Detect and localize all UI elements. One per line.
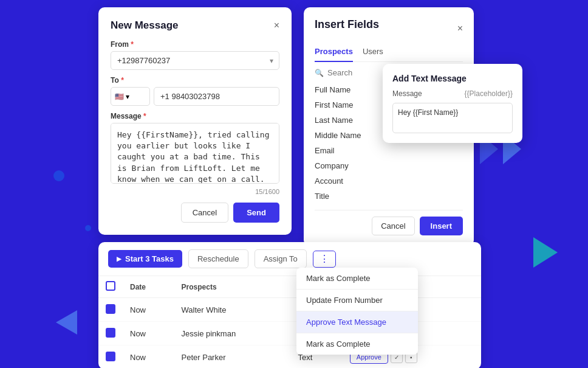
col-prospects: Prospects: [174, 276, 291, 298]
tabs-row: Prospects Users: [315, 47, 463, 62]
new-message-card: New Message × From * +12987760237 To * 🇺…: [98, 7, 292, 235]
insert-fields-title: Insert Fields: [315, 18, 379, 31]
close-button[interactable]: ×: [274, 21, 279, 30]
row2-prospect: Jessie pinkman: [174, 322, 291, 345]
play-icon: ▶: [117, 255, 121, 262]
dropdown-menu: Mark as Complete Update From Number Appr…: [296, 268, 418, 355]
tasks-header: ▶ Start 3 Tasks Reschedule Assign To ⋮: [98, 242, 481, 276]
insert-actions: Cancel Insert: [315, 210, 463, 235]
card-actions: Cancel Send: [111, 203, 279, 223]
to-label: To *: [111, 76, 279, 85]
row1-checkbox-cell: [98, 298, 123, 322]
field-email[interactable]: Email: [315, 143, 463, 158]
header-checkbox[interactable]: [106, 281, 115, 291]
row2-checkbox-cell: [98, 322, 123, 345]
row1-checkbox[interactable]: [106, 304, 115, 314]
msg-placeholder-label: {{Placeholder}}: [465, 89, 513, 98]
more-options-button[interactable]: ⋮: [313, 251, 336, 268]
deco-triangle-4: [56, 310, 77, 335]
card-header: New Message ×: [111, 19, 279, 32]
dropdown-approve-text[interactable]: Approve Text Message: [296, 311, 418, 333]
col-date: Date: [123, 276, 174, 298]
insert-fields-close[interactable]: ×: [457, 24, 463, 33]
search-icon: 🔍: [315, 69, 324, 77]
table-row: Now Peter Parker Text Approve ✓ ▪: [98, 345, 481, 369]
send-button[interactable]: Send: [233, 203, 279, 223]
tasks-table: Date Prospects Task Now Walter White Tex…: [98, 276, 481, 368]
row2-checkbox[interactable]: [106, 328, 115, 338]
tab-users[interactable]: Users: [363, 47, 383, 62]
dropdown-update-from[interactable]: Update From Number: [296, 290, 418, 311]
to-field-group: To * 🇺🇸 ▾: [111, 76, 279, 106]
phone-input[interactable]: [154, 87, 279, 106]
msg-input-box[interactable]: Hey {{First Name}}: [392, 103, 513, 133]
from-select-wrapper: +12987760237: [111, 51, 279, 70]
col-checkbox: [98, 276, 123, 298]
cancel-button[interactable]: Cancel: [181, 203, 228, 223]
message-field-group: Message * Hey {{FirstName}}, tried calli…: [111, 112, 279, 195]
field-title[interactable]: Title: [315, 189, 463, 204]
row3-prospect: Peter Parker: [174, 345, 291, 369]
flag-select[interactable]: 🇺🇸 ▾: [111, 87, 150, 106]
tasks-card: ▶ Start 3 Tasks Reschedule Assign To ⋮ D…: [98, 242, 481, 368]
start-tasks-button[interactable]: ▶ Start 3 Tasks: [108, 250, 182, 268]
row3-checkbox[interactable]: [106, 352, 115, 361]
table-row: Now Jessie pinkman Text Approve ✓ ▪: [98, 322, 481, 345]
row3-checkbox-cell: [98, 345, 123, 369]
reschedule-button[interactable]: Reschedule: [188, 249, 248, 268]
table-header-row: Date Prospects Task: [98, 276, 481, 298]
from-label: From *: [111, 40, 279, 49]
dropdown-mark-complete-2[interactable]: Mark as Complete: [296, 333, 418, 355]
insert-fields-header: Insert Fields ×: [315, 18, 463, 38]
msg-label: Message: [392, 89, 422, 98]
row1-prospect: Walter White: [174, 298, 291, 322]
deco-circle-2: [85, 225, 91, 231]
assign-to-button[interactable]: Assign To: [255, 249, 307, 268]
row2-date: Now: [123, 322, 174, 345]
deco-triangle-3: [533, 237, 558, 268]
message-label: Message *: [111, 112, 279, 120]
new-message-title: New Message: [111, 19, 179, 32]
add-text-message-card: Add Text Message Message {{Placeholder}}…: [383, 64, 522, 143]
from-select[interactable]: +12987760237: [111, 51, 279, 70]
dropdown-mark-complete-1[interactable]: Mark as Complete: [296, 268, 418, 289]
tab-prospects[interactable]: Prospects: [315, 47, 353, 62]
field-account[interactable]: Account: [315, 173, 463, 189]
insert-button[interactable]: Insert: [420, 217, 463, 235]
char-count: 15/1600: [111, 188, 279, 195]
message-textarea[interactable]: Hey {{FirstName}}, tried calling you ear…: [111, 123, 279, 184]
from-field-group: From * +12987760237: [111, 40, 279, 70]
insert-cancel-button[interactable]: Cancel: [372, 217, 414, 235]
row1-date: Now: [123, 298, 174, 322]
field-company[interactable]: Company: [315, 158, 463, 173]
deco-circle-1: [53, 170, 64, 181]
phone-row: 🇺🇸 ▾: [111, 87, 279, 106]
row3-date: Now: [123, 345, 174, 369]
add-text-title: Add Text Message: [392, 74, 513, 83]
table-row: Now Walter White Text Approve ✓ ▪: [98, 298, 481, 322]
msg-header-row: Message {{Placeholder}}: [392, 89, 513, 98]
